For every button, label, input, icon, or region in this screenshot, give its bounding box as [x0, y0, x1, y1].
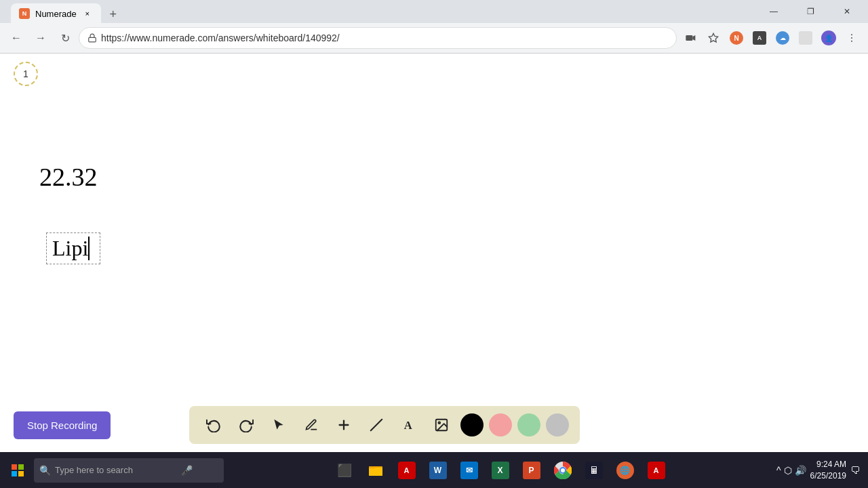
line-tool-button[interactable] — [363, 411, 390, 439]
svg-marker-3 — [709, 33, 717, 42]
main-content-text: 22.32 — [39, 162, 98, 192]
svg-point-4 — [851, 34, 852, 35]
search-icon: 🔍 — [39, 465, 51, 476]
tab-favicon: N — [19, 8, 30, 19]
image-tool-button[interactable] — [428, 411, 455, 439]
text-input-box[interactable]: Lipi — [46, 232, 100, 264]
svg-point-6 — [851, 41, 852, 42]
active-tab[interactable]: N Numerade × — [11, 3, 101, 24]
address-text: https://www.numerade.com/answers/whitebo… — [101, 33, 668, 43]
clock-display[interactable]: 9:24 AM 6/25/2019 — [810, 459, 846, 482]
extension4-icon[interactable] — [795, 27, 816, 49]
title-bar: N Numerade × + — ❐ ✕ — [0, 0, 868, 23]
svg-marker-2 — [692, 35, 695, 41]
page-number: 1 — [23, 68, 28, 79]
svg-point-23 — [561, 468, 565, 472]
window-controls: — ❐ ✕ — [758, 2, 863, 21]
back-button[interactable]: ← — [5, 27, 27, 49]
time-text: 9:24 AM — [810, 459, 846, 470]
drawing-toolbar: A — [189, 406, 580, 444]
stop-recording-button[interactable]: Stop Recording — [14, 411, 111, 439]
svg-point-5 — [851, 37, 852, 39]
bottom-area: Stop Recording — [0, 398, 868, 452]
system-tray-icons: ^ ⬡ 🔊 — [776, 465, 806, 476]
nav-bar: ← → ↻ https://www.numerade.com/answers/w… — [0, 23, 868, 53]
date-text: 6/25/2019 — [810, 470, 846, 482]
add-button[interactable] — [330, 411, 357, 439]
powerpoint-icon[interactable]: P — [517, 455, 547, 485]
close-button[interactable]: ✕ — [831, 2, 863, 21]
taskbar-search-input[interactable] — [55, 465, 177, 475]
text-cursor — [88, 237, 90, 260]
microphone-icon: 🎤 — [181, 465, 193, 476]
page-number-badge: 1 — [14, 62, 38, 86]
taskbar-app-icons: ⬛ A W ✉ X P — [225, 455, 775, 485]
color-green[interactable] — [517, 413, 540, 436]
network-icon[interactable]: ⬡ — [784, 465, 792, 476]
extension3-icon[interactable]: ☁ — [772, 27, 793, 49]
app1-icon[interactable]: A — [392, 455, 422, 485]
maximize-button[interactable]: ❐ — [795, 2, 826, 21]
tray-icon-1[interactable]: ^ — [776, 465, 781, 476]
svg-rect-13 — [12, 464, 17, 470]
new-tab-button[interactable]: + — [104, 5, 123, 24]
svg-rect-0 — [89, 37, 96, 41]
taskbar-right: ^ ⬡ 🔊 9:24 AM 6/25/2019 🗨 — [776, 459, 865, 482]
address-bar[interactable]: https://www.numerade.com/answers/whitebo… — [79, 27, 677, 49]
svg-text:A: A — [404, 419, 412, 432]
minimize-button[interactable]: — — [758, 2, 789, 21]
user-profile-icon[interactable]: 👤 — [818, 27, 840, 49]
excel-icon[interactable]: X — [486, 455, 515, 485]
app2-icon[interactable]: 🌐 — [610, 455, 640, 485]
volume-icon[interactable]: 🔊 — [795, 465, 806, 476]
lock-icon — [87, 33, 97, 43]
bookmark-icon[interactable] — [703, 27, 724, 49]
taskbar-search[interactable]: 🔍 🎤 — [34, 458, 224, 483]
explorer-icon[interactable] — [361, 455, 391, 485]
reload-button[interactable]: ↻ — [54, 27, 76, 49]
taskbar: 🔍 🎤 ⬛ A W ✉ X P — [0, 452, 868, 488]
outlook-icon[interactable]: ✉ — [454, 455, 484, 485]
extension2-icon[interactable]: A — [749, 27, 770, 49]
taskview-button[interactable]: ⬛ — [330, 455, 359, 485]
extension1-icon[interactable]: N — [726, 27, 747, 49]
chrome-icon[interactable] — [548, 455, 578, 485]
whiteboard: 1 22.32 Lipi — [0, 54, 868, 394]
color-pink[interactable] — [489, 413, 512, 436]
undo-button[interactable] — [200, 411, 227, 439]
svg-line-9 — [371, 420, 382, 431]
svg-point-12 — [439, 422, 441, 424]
tab-title: Numerade — [35, 9, 77, 19]
menu-icon[interactable] — [841, 27, 863, 49]
forward-button[interactable]: → — [30, 27, 52, 49]
word-icon[interactable]: W — [423, 455, 453, 485]
text-box-content: Lipi — [52, 236, 88, 260]
color-gray[interactable] — [546, 413, 569, 436]
svg-rect-1 — [686, 35, 692, 41]
color-black[interactable] — [460, 413, 484, 436]
svg-rect-16 — [18, 471, 24, 476]
svg-rect-14 — [18, 464, 24, 470]
calculator-icon[interactable]: 🖩 — [579, 455, 609, 485]
redo-button[interactable] — [233, 411, 260, 439]
select-tool-button[interactable] — [265, 411, 292, 439]
screen-record-icon[interactable] — [679, 27, 701, 49]
pencil-tool-button[interactable] — [298, 411, 325, 439]
text-tool-button[interactable]: A — [395, 411, 422, 439]
app3-icon[interactable]: A — [642, 455, 671, 485]
start-button[interactable] — [3, 455, 33, 485]
tab-close-button[interactable]: × — [82, 8, 93, 19]
nav-icons-right: N A ☁ 👤 — [679, 27, 863, 49]
svg-rect-18 — [369, 468, 382, 476]
browser-chrome: N Numerade × + — ❐ ✕ ← → ↻ https://www.n… — [0, 0, 868, 54]
notification-icon[interactable]: 🗨 — [850, 465, 860, 476]
svg-rect-19 — [369, 466, 375, 468]
svg-rect-15 — [12, 471, 17, 476]
tab-bar: N Numerade × + — [5, 0, 758, 24]
